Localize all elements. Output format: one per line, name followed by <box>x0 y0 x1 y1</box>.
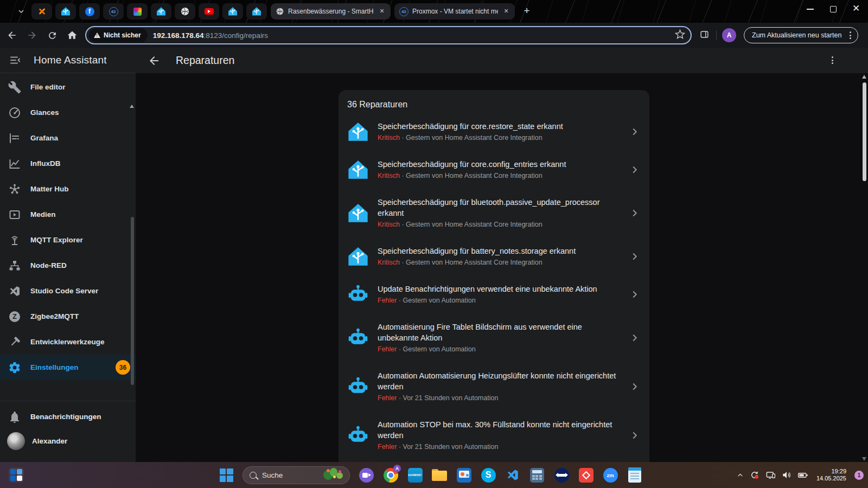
forward-icon[interactable] <box>24 27 40 43</box>
taskbar-app-vscode[interactable] <box>505 467 521 483</box>
repair-title: Automatisierung Fire Tablet Bildschirm a… <box>378 322 620 343</box>
taskbar-app-teamviewer[interactable] <box>553 467 570 483</box>
taskbar-app-notepad[interactable] <box>627 467 643 483</box>
sidebar-footer: Benachrichtigungen Alexander <box>0 401 136 462</box>
page-scrollbar[interactable] <box>861 74 867 462</box>
scrollbar-thumb[interactable] <box>863 82 866 181</box>
sidebar-item-file-editor[interactable]: File editor <box>0 74 136 100</box>
sidebar-item-einstellungen[interactable]: Einstellungen 36 <box>0 355 136 380</box>
battery-icon[interactable] <box>797 470 808 480</box>
molecule-icon <box>8 183 21 196</box>
sidebar-item-influxdb[interactable]: InfluxDB <box>0 151 136 176</box>
start-button[interactable] <box>218 467 234 483</box>
display-icon[interactable] <box>765 470 776 480</box>
sidebar-item-label: Glances <box>30 108 59 117</box>
severity-label: Fehler <box>378 394 397 402</box>
sidebar-scrollbar[interactable] <box>130 73 135 401</box>
pinned-tab-home-assistant-3[interactable] <box>222 3 243 20</box>
sidebar-item-glances[interactable]: Glances <box>0 100 136 125</box>
bookmark-star-icon[interactable] <box>675 29 685 42</box>
tab-search-chevron-icon[interactable] <box>14 4 28 18</box>
tab-close-icon[interactable]: × <box>502 7 510 16</box>
sidebar-item-notifications[interactable]: Benachrichtigungen <box>0 404 136 429</box>
scroll-down-icon[interactable] <box>862 457 866 461</box>
taskbar-app-media[interactable] <box>456 467 472 483</box>
sidebar-item-zigbee2mqtt[interactable]: Z Zigbee2MQTT <box>0 304 136 329</box>
taskbar-app-chrome[interactable]: A <box>382 467 399 483</box>
clock-time: 19:29 <box>816 468 846 475</box>
video-call-icon <box>359 468 374 483</box>
pinned-tab-art[interactable] <box>127 3 148 20</box>
maximize-button[interactable] <box>829 4 838 13</box>
pinned-tab-youtube[interactable] <box>199 3 219 20</box>
taskbar-app-zoom[interactable]: zm <box>602 467 618 483</box>
new-tab-button[interactable]: + <box>519 4 534 19</box>
side-panel-icon[interactable] <box>699 29 710 42</box>
sync-error-icon[interactable] <box>750 470 760 480</box>
taskbar-app-skype[interactable]: S <box>480 467 496 483</box>
reload-icon[interactable] <box>44 27 60 43</box>
sidebar-item-medien[interactable]: Medien <box>0 202 136 227</box>
back-icon[interactable] <box>4 27 20 43</box>
scroll-up-icon[interactable] <box>130 105 134 108</box>
scrollbar-thumb[interactable] <box>131 217 134 385</box>
pinned-tab-home-assistant[interactable] <box>55 3 76 20</box>
wrench-icon <box>8 81 21 94</box>
taskbar-search[interactable]: Suche <box>242 466 350 484</box>
tray-chevron-up-icon[interactable] <box>737 472 744 479</box>
home-assistant-icon <box>347 121 369 143</box>
pinned-tab-x-app[interactable] <box>31 3 52 20</box>
sidebar-item-matter-hub[interactable]: Matter Hub <box>0 176 136 202</box>
profile-avatar[interactable]: A <box>722 28 736 42</box>
chrome-update-button[interactable]: Zum Aktualisieren neu starten <box>744 27 858 43</box>
taskbar-app-calculator[interactable] <box>529 467 545 483</box>
home-assistant-icon <box>156 7 166 16</box>
sidebar-item-grafana[interactable]: Grafana <box>0 125 136 151</box>
sidebar-toggle-icon[interactable] <box>9 54 22 67</box>
pinned-tab-facebook[interactable]: f <box>79 3 100 20</box>
sidebar-item-profile[interactable]: Alexander <box>0 429 136 453</box>
pinned-tab-home-assistant-2[interactable] <box>151 3 171 20</box>
minimize-button[interactable] <box>806 4 815 13</box>
back-arrow-icon[interactable] <box>148 54 161 67</box>
repair-title: Update Benachrichtigungen verwendet eine… <box>378 284 620 294</box>
repair-item[interactable]: Automation STOP bei max. 30% Füllstand k… <box>347 411 641 460</box>
sidebar-item-mqtt-explorer[interactable]: MQTT Explorer <box>0 227 136 253</box>
repair-item[interactable]: Speicherbeschädigung für core.config_ent… <box>347 151 641 189</box>
sidebar-header: Home Assistant <box>0 48 136 73</box>
url-text[interactable]: 192.168.178.64:8123/config/repairs <box>153 31 671 40</box>
tab-close-icon[interactable]: × <box>378 7 386 16</box>
tab-proxmox[interactable]: 42 Proxmox - VM startet nicht meh × <box>394 3 515 20</box>
page-title: Reparaturen <box>176 54 234 67</box>
close-window-button[interactable]: ✕ <box>852 4 860 13</box>
address-bar[interactable]: Nicht sicher 192.168.178.64:8123/config/… <box>85 26 692 44</box>
notification-count-badge[interactable]: 1 <box>854 471 864 480</box>
taskbar-app-harmony[interactable]: HARMONY <box>407 467 423 483</box>
taskbar-app-video-call[interactable] <box>358 467 374 483</box>
tab-rasenbewaesserung[interactable]: Rasenbewässerung - SmartHom × <box>271 3 391 20</box>
taskbar-app-anydesk[interactable] <box>578 467 594 483</box>
browser-menu-icon[interactable] <box>846 30 854 40</box>
repair-item[interactable]: Speicherbeschädigung für bluetooth.passi… <box>347 189 641 237</box>
repair-item[interactable]: Automation Automatisierung Heizungslüfte… <box>347 362 641 411</box>
repair-item[interactable]: Automatisierung Fire Tablet Bildschirm a… <box>347 313 641 362</box>
taskbar-clock[interactable]: 19:29 14.05.2025 <box>816 468 846 482</box>
page-menu-icon[interactable] <box>828 55 837 65</box>
windows-logo-icon <box>220 468 233 482</box>
scroll-up-icon[interactable] <box>862 75 866 79</box>
widgets-button[interactable] <box>9 467 24 483</box>
pinned-tab-knot[interactable] <box>175 3 195 20</box>
sidebar-item-studio-code-server[interactable]: Studio Code Server <box>0 278 136 304</box>
repair-item[interactable]: Speicherbeschädigung für core.restore_st… <box>347 113 641 151</box>
bell-icon <box>8 410 21 423</box>
sidebar-item-node-red[interactable]: Node-RED <box>0 253 136 278</box>
repair-item[interactable]: Update Benachrichtigungen verwendet eine… <box>347 275 641 313</box>
taskbar-app-file-explorer[interactable] <box>431 467 448 483</box>
security-chip[interactable]: Nicht sicher <box>89 28 148 42</box>
pinned-tab-home-assistant-4[interactable] <box>246 3 267 20</box>
pinned-tab-forum[interactable]: 42 <box>103 3 124 20</box>
volume-icon[interactable] <box>782 470 792 480</box>
sidebar-item-entwicklerwerkzeuge[interactable]: Entwicklerwerkzeuge <box>0 329 136 355</box>
home-icon[interactable] <box>64 27 80 43</box>
repair-item[interactable]: Speicherbeschädigung für battery_notes.s… <box>347 237 641 275</box>
